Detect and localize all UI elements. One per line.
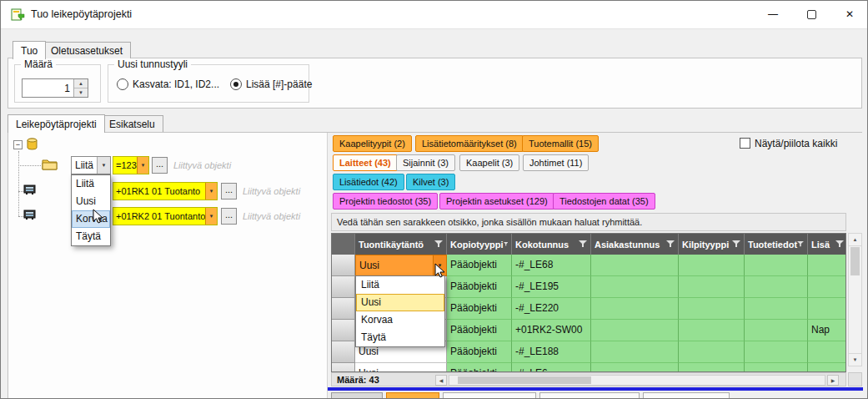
filter-funnel-icon[interactable]	[835, 240, 844, 248]
browse-button[interactable]: ...	[221, 183, 237, 200]
tab-tuo[interactable]: Tuo	[13, 41, 46, 59]
tree-item-combo[interactable]: +01RK2 01 Tuontanto ▼	[113, 207, 218, 225]
grid-vertical-scrollbar[interactable]: ▲ ▼	[848, 233, 862, 366]
browse-button[interactable]: ...	[221, 208, 237, 225]
row-header[interactable]	[332, 298, 355, 320]
dropdown-item-tayta[interactable]: Täytä	[356, 329, 444, 346]
cell-asiakastunnus[interactable]	[591, 298, 679, 320]
cell-asiakastunnus[interactable]	[591, 320, 679, 341]
chevron-down-icon[interactable]: ▼	[97, 157, 110, 174]
chevron-down-icon[interactable]: ▼	[433, 255, 446, 275]
clipped-bottom-tab[interactable]	[443, 392, 536, 399]
chevron-down-icon[interactable]: ▼	[205, 183, 217, 200]
chevron-down-icon[interactable]: ▼	[137, 157, 148, 174]
dropdown-item-uusi[interactable]: Uusi	[356, 294, 444, 311]
minimize-button[interactable]: —	[754, 1, 792, 28]
cell-lisa[interactable]	[808, 276, 846, 298]
show-hide-all-checkbox[interactable]	[740, 138, 750, 149]
tuontikaytanto-active-combo[interactable]: Uusi ▼	[355, 255, 447, 276]
cell-lisa[interactable]: Nap	[808, 320, 846, 341]
maara-spinner[interactable]: 1 ▲ ▼	[22, 78, 88, 98]
close-button[interactable]: ✕	[830, 1, 868, 28]
scrollbar-thumb[interactable]	[850, 247, 860, 275]
filter-johtimet[interactable]: Johtimet (11)	[523, 154, 589, 171]
tree-id-combo[interactable]: =123 ▼	[113, 156, 149, 174]
scroll-up-button[interactable]: ▲	[849, 234, 861, 246]
filter-sijainnit[interactable]: Sijainnit (3)	[396, 154, 455, 171]
row-header[interactable]	[332, 255, 355, 276]
column-header-tuotetiedot[interactable]: Tuotetiedot	[745, 234, 808, 255]
dropdown-item-liita[interactable]: Liitä	[356, 276, 444, 294]
filter-tiedostojen-datat[interactable]: Tiedostojen datat (35)	[553, 193, 655, 210]
cell-asiakastunnus[interactable]	[591, 363, 679, 372]
cell-kokotunnus[interactable]: -#_LE68	[512, 255, 591, 276]
tree-action-combo[interactable]: Liitä ▼	[71, 156, 111, 174]
filter-laitteet[interactable]: Laitteet (43)	[333, 154, 398, 171]
dropdown-item-korvaa[interactable]: Korvaa	[72, 210, 110, 228]
tab-leikepoytaprojekti[interactable]: Leikepöytäprojekti	[8, 114, 105, 133]
cell-tuontikaytanto[interactable]: Uusi	[355, 363, 447, 372]
filter-kaapelityypit[interactable]: Kaapelityypit (2)	[333, 135, 412, 152]
dropdown-item-tayta[interactable]: Täytä	[72, 228, 110, 245]
clipped-bottom-button[interactable]	[331, 392, 383, 399]
cell-tuotetiedot[interactable]	[745, 298, 808, 320]
filter-funnel-icon[interactable]	[797, 240, 804, 248]
cell-tuotetiedot[interactable]	[745, 341, 808, 363]
cell-kokotunnus[interactable]: -#_LE220	[512, 298, 591, 320]
filter-kilvet[interactable]: Kilvet (3)	[406, 174, 455, 190]
dropdown-item-liita[interactable]: Liitä	[72, 175, 110, 193]
radio-lisaa-paate[interactable]: Lisää [#]-pääte	[230, 78, 312, 90]
row-header[interactable]	[332, 320, 355, 341]
filter-funnel-icon[interactable]	[732, 240, 740, 248]
cell-lisa[interactable]	[808, 298, 846, 320]
cell-kopiotyyppi[interactable]: Pääobjekti	[447, 363, 512, 372]
cell-kokotunnus[interactable]: -#_LE195	[512, 276, 591, 298]
dropdown-item-korvaa[interactable]: Korvaa	[356, 311, 444, 329]
radio-kasvata[interactable]: Kasvata: ID1, ID2...	[117, 78, 219, 90]
cell-kopiotyyppi[interactable]: Pääobjekti	[447, 276, 512, 298]
column-header-kilpityyppi[interactable]: Kilpityyppi	[679, 234, 745, 255]
cell-asiakastunnus[interactable]	[591, 276, 679, 298]
column-header-lisa[interactable]: Lisä	[808, 234, 846, 255]
filter-funnel-icon[interactable]	[579, 240, 587, 248]
cell-kokotunnus[interactable]: -#_LE188	[512, 341, 591, 363]
column-header-asiakastunnus[interactable]: Asiakastunnus	[591, 234, 679, 255]
cell-kopiotyyppi[interactable]: Pääobjekti	[447, 298, 512, 320]
tab-esikatselu[interactable]: Esikatselu	[101, 115, 163, 132]
scroll-left-button[interactable]: ◀	[435, 375, 447, 386]
cell-kilpityyppi[interactable]	[679, 298, 745, 320]
cell-lisa[interactable]	[808, 341, 846, 363]
column-header-tuontikaytanto[interactable]: Tuontikäytäntö	[355, 234, 447, 255]
maximize-button[interactable]	[792, 1, 830, 28]
row-header[interactable]	[332, 363, 355, 372]
column-header-kopiotyyppi[interactable]: Kopiotyyppi	[447, 234, 512, 255]
scrollbar-thumb[interactable]	[458, 376, 591, 384]
clipped-bottom-tab[interactable]	[643, 392, 730, 399]
filter-projektin-tiedostot[interactable]: Projektin tiedostot (35)	[333, 193, 438, 210]
cell-tuotetiedot[interactable]	[745, 363, 808, 372]
cell-kilpityyppi[interactable]	[679, 276, 745, 298]
scroll-down-button[interactable]: ▼	[849, 353, 861, 366]
chevron-down-icon[interactable]: ▼	[205, 208, 217, 225]
filter-funnel-icon[interactable]	[434, 240, 443, 248]
dropdown-item-uusi[interactable]: Uusi	[72, 193, 110, 210]
clipped-bottom-tab[interactable]	[539, 392, 640, 399]
cell-kopiotyyppi[interactable]: Pääobjekti	[447, 320, 512, 341]
cell-lisa[interactable]	[808, 255, 846, 276]
tab-oletusasetukset[interactable]: Oletusasetukset	[43, 42, 131, 58]
filter-funnel-icon[interactable]	[504, 240, 508, 248]
cell-tuotetiedot[interactable]	[745, 320, 808, 341]
filter-tuotemallit[interactable]: Tuotemallit (15)	[522, 135, 599, 152]
scroll-right-button[interactable]: ▶	[827, 375, 839, 386]
cell-tuotetiedot[interactable]	[745, 276, 808, 298]
column-header-kokotunnus[interactable]: Kokotunnus	[512, 234, 591, 255]
cell-asiakastunnus[interactable]	[591, 341, 679, 363]
cell-kopiotyyppi[interactable]: Pääobjekti	[447, 341, 512, 363]
cell-kilpityyppi[interactable]	[679, 341, 745, 363]
show-hide-all-label[interactable]: Näytä/piilota kaikki	[755, 138, 837, 149]
spin-up-button[interactable]: ▲	[74, 79, 88, 88]
cell-asiakastunnus[interactable]	[591, 255, 679, 276]
row-header[interactable]	[332, 276, 355, 298]
horizontal-scrollbar[interactable]	[449, 375, 825, 386]
cell-kokotunnus[interactable]: +01RK2-SW00	[512, 320, 591, 341]
